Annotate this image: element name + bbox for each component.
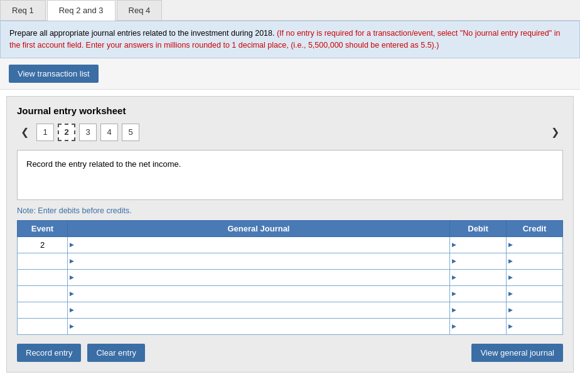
credit-cell-2[interactable]: [507, 253, 563, 269]
col-header-journal: General Journal: [68, 220, 450, 236]
credit-input-1[interactable]: [514, 237, 562, 253]
debit-cell-2[interactable]: [450, 253, 507, 269]
instruction-box: Prepare all appropriate journal entries …: [0, 21, 580, 58]
journal-input-3[interactable]: [75, 270, 449, 285]
journal-cell-3[interactable]: [68, 269, 450, 285]
debit-input-5[interactable]: [458, 302, 506, 318]
credit-input-6[interactable]: [514, 319, 562, 334]
page-btn-5[interactable]: 5: [122, 124, 139, 141]
col-header-debit: Debit: [450, 220, 507, 236]
credit-cell-6[interactable]: [507, 318, 563, 334]
description-box: Record the entry related to the net inco…: [17, 150, 563, 200]
journal-input-2[interactable]: [75, 253, 449, 269]
table-row: [18, 253, 563, 269]
event-cell-6: [18, 318, 68, 334]
debit-input-1[interactable]: [458, 237, 506, 253]
table-row: [18, 302, 563, 318]
tab-req1[interactable]: Req 1: [0, 0, 46, 20]
credit-cell-3[interactable]: [507, 269, 563, 285]
view-transaction-list-button[interactable]: View transaction list: [9, 65, 99, 83]
credit-cell-5[interactable]: [507, 302, 563, 318]
debit-cell-4[interactable]: [450, 285, 507, 302]
credit-cell-4[interactable]: [507, 285, 563, 302]
table-row: [18, 269, 563, 285]
page-btn-4[interactable]: 4: [100, 124, 118, 141]
journal-table: Event General Journal Debit Credit 2: [17, 220, 563, 335]
debit-cell-5[interactable]: [450, 302, 507, 318]
debit-cell-3[interactable]: [450, 269, 507, 285]
debit-input-3[interactable]: [458, 270, 506, 285]
debit-cell-6[interactable]: [450, 318, 507, 334]
record-entry-button[interactable]: Record entry: [17, 344, 81, 362]
journal-input-1[interactable]: [75, 237, 449, 253]
journal-cell-6[interactable]: [68, 318, 450, 334]
event-cell-3: [18, 269, 68, 285]
col-header-credit: Credit: [507, 220, 563, 236]
credit-input-4[interactable]: [514, 286, 562, 302]
tabs-bar: Req 1 Req 2 and 3 Req 4: [0, 0, 580, 21]
journal-input-4[interactable]: [75, 286, 449, 302]
table-row: [18, 285, 563, 302]
credit-cell-1[interactable]: [507, 236, 563, 253]
description-text: Record the entry related to the net inco…: [26, 159, 181, 169]
table-row: 2: [18, 236, 563, 253]
prev-page-arrow[interactable]: ❮: [17, 125, 33, 139]
debit-input-6[interactable]: [458, 319, 506, 334]
page-btn-2[interactable]: 2: [58, 124, 75, 141]
worksheet-panel: Journal entry worksheet ❮ 1 2 3 4 5 ❯ Re…: [6, 96, 574, 373]
instruction-text-normal: Prepare all appropriate journal entries …: [9, 29, 277, 38]
page-btn-1[interactable]: 1: [36, 124, 54, 141]
col-header-event: Event: [18, 220, 68, 236]
page-navigator: ❮ 1 2 3 4 5 ❯: [17, 124, 563, 141]
credit-input-2[interactable]: [514, 253, 562, 269]
note-text: Note: Enter debits before credits.: [17, 206, 563, 215]
credit-input-3[interactable]: [514, 270, 562, 285]
event-cell-2: [18, 253, 68, 269]
event-cell-5: [18, 302, 68, 318]
debit-cell-1[interactable]: [450, 236, 507, 253]
journal-input-6[interactable]: [75, 319, 449, 334]
clear-entry-button[interactable]: Clear entry: [87, 344, 145, 362]
journal-cell-4[interactable]: [68, 285, 450, 302]
worksheet-title: Journal entry worksheet: [17, 105, 563, 116]
tab-req4[interactable]: Req 4: [117, 0, 163, 20]
page-btn-3[interactable]: 3: [79, 124, 97, 141]
table-row: [18, 318, 563, 334]
credit-input-5[interactable]: [514, 302, 562, 318]
journal-input-5[interactable]: [75, 302, 449, 318]
debit-input-2[interactable]: [458, 253, 506, 269]
bottom-buttons: Record entry Clear entry View general jo…: [17, 344, 563, 362]
debit-input-4[interactable]: [458, 286, 506, 302]
tab-req2and3[interactable]: Req 2 and 3: [47, 0, 115, 21]
journal-cell-2[interactable]: [68, 253, 450, 269]
next-page-arrow[interactable]: ❯: [547, 125, 563, 139]
event-cell-1: 2: [18, 236, 68, 253]
event-cell-4: [18, 285, 68, 302]
view-transaction-wrap: View transaction list: [0, 58, 580, 90]
journal-cell-1[interactable]: [68, 236, 450, 253]
view-general-journal-button[interactable]: View general journal: [471, 344, 563, 362]
journal-cell-5[interactable]: [68, 302, 450, 318]
